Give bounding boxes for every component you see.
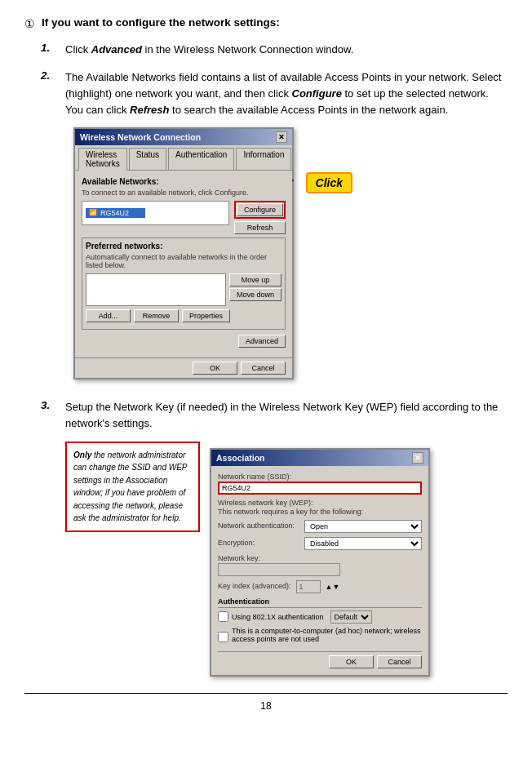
bullet-icon: ① bbox=[24, 17, 35, 30]
encryption-field: Encryption: Disabled bbox=[218, 537, 422, 550]
move-down-button[interactable]: Move down bbox=[229, 288, 282, 301]
network-key-label: Network key: bbox=[218, 554, 422, 562]
network-key-field: Network key: bbox=[218, 554, 422, 576]
click-badge: Click bbox=[306, 172, 352, 193]
available-networks-desc: To connect to an available network, clic… bbox=[82, 189, 286, 197]
tab-wireless-networks[interactable]: Wireless Networks bbox=[78, 148, 127, 171]
preferred-desc: Automatically connect to available netwo… bbox=[86, 253, 282, 269]
network-key-input[interactable] bbox=[218, 563, 340, 576]
step-3-num: 3. bbox=[41, 399, 65, 411]
key-index-field: Key index (advanced): ▲▼ bbox=[218, 580, 422, 593]
configure-button[interactable]: Configure bbox=[237, 203, 283, 216]
configure-refresh-area: Configure Refresh bbox=[234, 201, 286, 234]
step-2: 2. The Available Networks field contains… bbox=[41, 69, 508, 387]
auth-checkbox[interactable] bbox=[218, 611, 228, 622]
assoc-ok-button[interactable]: OK bbox=[329, 655, 374, 668]
note-italic: the network administrator can change the… bbox=[73, 451, 187, 523]
auth-label: Network authentication: bbox=[218, 522, 299, 530]
auth-checkbox-label: Using 802.1X authentication bbox=[232, 613, 324, 621]
wnc-dialog-screenshot: Wireless Network Connection ✕ Wireless N… bbox=[73, 127, 294, 380]
preferred-section: Preferred networks: Automatically connec… bbox=[82, 238, 286, 330]
step-2-text: The Available Networks field contains a … bbox=[65, 71, 501, 116]
configure-highlight: Configure bbox=[234, 201, 286, 219]
computer-checkbox-row: This is a computer-to-computer (ad hoc) … bbox=[218, 627, 422, 648]
wnc-cancel-button[interactable]: Cancel bbox=[241, 362, 286, 375]
wep-label: Wireless network key (WEP): bbox=[218, 499, 422, 507]
assoc-close-btn[interactable]: ✕ bbox=[412, 452, 423, 464]
heading-text: If you want to configure the network set… bbox=[42, 16, 280, 29]
step-2-content: The Available Networks field contains a … bbox=[65, 69, 508, 387]
available-network-list[interactable]: 📶 RG54U2 bbox=[82, 201, 229, 225]
note-box: Only the network administrator can chang… bbox=[65, 442, 200, 532]
key-index-spinner[interactable]: ▲▼ bbox=[326, 583, 340, 591]
preferred-actions: Add... Remove Properties bbox=[86, 309, 282, 322]
step-3-content: Setup the Network Key (if needed) in the… bbox=[65, 399, 508, 677]
click-arrow bbox=[292, 180, 294, 181]
assoc-dialog: Association ✕ Network name (SSID): W bbox=[210, 448, 430, 677]
properties-button[interactable]: Properties bbox=[182, 309, 230, 322]
advanced-button[interactable]: Advanced bbox=[238, 335, 286, 348]
preferred-row: Move up Move down bbox=[86, 273, 282, 309]
wnc-title-bar: Wireless Network Connection ✕ bbox=[75, 129, 292, 145]
note-bold: Only bbox=[73, 451, 91, 459]
steps-container: 1. Click Advanced in the Wireless Networ… bbox=[24, 42, 508, 677]
tab-status[interactable]: Status bbox=[129, 148, 166, 170]
main-content: ① If you want to configure the network s… bbox=[24, 16, 508, 677]
step-1-num: 1. bbox=[41, 42, 65, 54]
assoc-cancel-button[interactable]: Cancel bbox=[377, 655, 422, 668]
encryption-select[interactable]: Disabled bbox=[304, 537, 422, 550]
wnc-title: Wireless Network Connection bbox=[80, 132, 201, 142]
auth-section-label: Authentication bbox=[218, 597, 422, 608]
assoc-bottom: OK Cancel bbox=[218, 651, 422, 668]
step3-bottom-area: Only the network administrator can chang… bbox=[65, 442, 508, 677]
wep-desc: This network requires a key for the foll… bbox=[218, 508, 422, 516]
auth-eap-select[interactable]: Default bbox=[330, 610, 372, 624]
wnc-close-btn[interactable]: ✕ bbox=[276, 131, 287, 143]
key-index-input[interactable] bbox=[296, 580, 321, 593]
assoc-title: Association bbox=[216, 453, 265, 463]
advanced-row: Advanced bbox=[82, 335, 286, 348]
wnc-dialog: Wireless Network Connection ✕ Wireless N… bbox=[73, 127, 294, 380]
add-button[interactable]: Add... bbox=[86, 309, 131, 322]
step-3: 3. Setup the Network Key (if needed) in … bbox=[41, 399, 508, 677]
step-1: 1. Click Advanced in the Wireless Networ… bbox=[41, 42, 508, 58]
wep-section: Wireless network key (WEP): This network… bbox=[218, 499, 422, 516]
assoc-title-bar: Association ✕ bbox=[211, 450, 428, 466]
tab-authentication[interactable]: Authentication bbox=[168, 148, 234, 170]
move-buttons: Move up Move down bbox=[229, 273, 282, 309]
network-signal-icon: 📶 bbox=[89, 209, 97, 216]
move-up-button[interactable]: Move up bbox=[229, 273, 282, 286]
available-networks-label: Available Networks: bbox=[82, 177, 286, 186]
main-heading: ① If you want to configure the network s… bbox=[24, 16, 508, 30]
tab-information[interactable]: Information bbox=[236, 148, 291, 170]
auth-select[interactable]: Open bbox=[304, 520, 422, 533]
encryption-label: Encryption: bbox=[218, 539, 299, 547]
preferred-list[interactable] bbox=[86, 273, 226, 306]
step-2-num: 2. bbox=[41, 69, 65, 82]
ssid-field: Network name (SSID): bbox=[218, 473, 422, 495]
step-1-text: Click Advanced in the Wireless Network C… bbox=[65, 42, 353, 58]
preferred-label: Preferred networks: bbox=[86, 242, 282, 251]
wnc-bottom: OK Cancel bbox=[75, 357, 292, 378]
remove-button[interactable]: Remove bbox=[134, 309, 179, 322]
page-number: 18 bbox=[24, 693, 508, 712]
network-item-rg54u2[interactable]: 📶 RG54U2 bbox=[86, 208, 145, 218]
step-3-text: Setup the Network Key (if needed) in the… bbox=[65, 401, 498, 429]
ssid-input[interactable] bbox=[218, 482, 422, 495]
key-index-label: Key index (advanced): bbox=[218, 582, 291, 590]
computer-label: This is a computer-to-computer (ad hoc) … bbox=[232, 627, 422, 643]
wnc-body: Available Networks: To connect to an ava… bbox=[75, 171, 292, 357]
refresh-button[interactable]: Refresh bbox=[234, 221, 286, 234]
wnc-ok-button[interactable]: OK bbox=[193, 362, 237, 375]
assoc-body: Network name (SSID): Wireless network ke… bbox=[211, 466, 428, 675]
wnc-tabs: Wireless Networks Status Authentication … bbox=[75, 145, 292, 171]
auth-field: Network authentication: Open bbox=[218, 520, 422, 533]
computer-checkbox[interactable] bbox=[218, 632, 228, 642]
network-name: RG54U2 bbox=[100, 209, 129, 217]
ssid-label: Network name (SSID): bbox=[218, 473, 422, 481]
auth-checkbox-row: Using 802.1X authentication Default bbox=[218, 610, 422, 624]
